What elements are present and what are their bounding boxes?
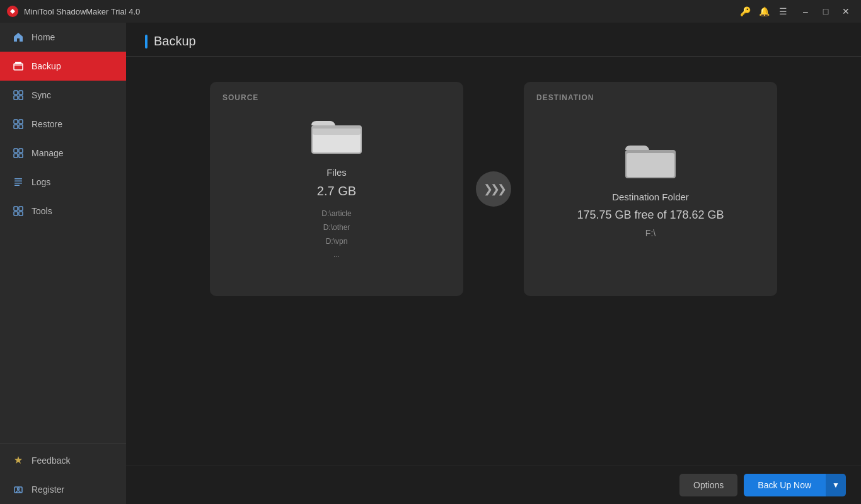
sync-icon	[13, 89, 24, 101]
sidebar-item-register[interactable]: Register	[0, 475, 126, 504]
backup-content: SOURCE Files	[126, 57, 861, 466]
svg-rect-23	[19, 212, 23, 215]
source-path-1: D:\article	[321, 207, 351, 221]
svg-rect-6	[14, 96, 18, 100]
destination-name: Destination Folder	[612, 192, 689, 202]
source-path-2: D:\other	[321, 221, 351, 235]
source-path-more: ...	[321, 248, 351, 262]
sidebar-item-sync[interactable]: Sync	[0, 81, 126, 110]
restore-label: Restore	[32, 119, 62, 129]
sidebar: Home Backup Sync	[0, 23, 126, 504]
feedback-label: Feedback	[32, 455, 70, 466]
source-folder-icon	[311, 116, 362, 157]
arrow-button[interactable]: ❯❯❯	[476, 171, 511, 207]
svg-rect-28	[313, 129, 361, 135]
backup-now-group: Back Up Now ▼	[744, 474, 846, 496]
svg-rect-13	[19, 149, 23, 152]
bottom-bar: Options Back Up Now ▼	[126, 466, 861, 504]
arrow-icon: ❯❯❯	[483, 182, 504, 196]
source-size: 2.7 GB	[317, 184, 356, 198]
backup-now-dropdown[interactable]: ▼	[825, 474, 846, 496]
home-icon	[13, 32, 24, 43]
restore-icon	[13, 118, 24, 130]
page-title: Backup	[154, 34, 196, 49]
svg-rect-21	[19, 207, 23, 210]
destination-drive: F:\	[645, 228, 656, 238]
tools-label: Tools	[32, 206, 52, 216]
register-icon	[13, 484, 24, 495]
minimize-button[interactable]: –	[797, 3, 814, 20]
options-button[interactable]: Options	[679, 474, 737, 496]
sidebar-item-manage[interactable]: Manage	[0, 139, 126, 168]
content-area: Backup SOURCE	[126, 23, 861, 504]
sidebar-item-backup[interactable]: Backup	[0, 52, 126, 81]
sidebar-item-restore[interactable]: Restore	[0, 110, 126, 139]
destination-label: DESTINATION	[536, 93, 594, 102]
svg-rect-17	[14, 181, 22, 182]
app-logo	[6, 5, 19, 18]
home-label: Home	[32, 32, 55, 42]
svg-rect-10	[14, 125, 18, 129]
logs-icon	[13, 176, 24, 188]
feedback-icon	[13, 455, 24, 466]
title-icons: 🔑 🔔 ☰	[736, 3, 792, 20]
sidebar-item-home[interactable]: Home	[0, 23, 126, 52]
manage-icon	[13, 147, 24, 159]
backup-now-button[interactable]: Back Up Now	[744, 474, 825, 496]
svg-rect-20	[14, 207, 18, 210]
backup-label: Backup	[32, 61, 61, 71]
source-card[interactable]: SOURCE Files	[210, 82, 463, 296]
svg-rect-12	[14, 149, 18, 152]
title-bar: MiniTool ShadowMaker Trial 4.0 🔑 🔔 ☰ – □…	[0, 0, 861, 23]
main-layout: Home Backup Sync	[0, 23, 861, 504]
svg-rect-2	[14, 64, 23, 66]
svg-rect-11	[19, 125, 23, 129]
svg-rect-8	[14, 120, 18, 123]
svg-rect-18	[14, 183, 22, 184]
close-button[interactable]: ✕	[837, 3, 855, 20]
page-header: Backup	[126, 23, 861, 57]
sidebar-item-feedback[interactable]: Feedback	[0, 446, 126, 475]
source-label: SOURCE	[222, 93, 258, 102]
svg-rect-15	[19, 154, 23, 158]
source-path-3: D:\vpn	[321, 235, 351, 249]
menu-button[interactable]: ☰	[774, 3, 792, 20]
svg-rect-7	[19, 96, 23, 100]
svg-rect-5	[19, 91, 23, 94]
svg-rect-4	[14, 91, 18, 94]
svg-rect-30	[627, 153, 674, 177]
sidebar-item-tools[interactable]: Tools	[0, 197, 126, 226]
sidebar-bottom: Feedback Register	[0, 443, 126, 504]
source-name: Files	[326, 167, 347, 178]
pin-button[interactable]: 🔑	[736, 3, 754, 20]
maximize-button[interactable]: □	[817, 3, 835, 20]
destination-free: 175.75 GB free of 178.62 GB	[577, 209, 724, 222]
backup-row: SOURCE Files	[210, 82, 777, 296]
svg-rect-9	[19, 120, 23, 123]
source-paths: D:\article D:\other D:\vpn ...	[321, 207, 351, 261]
sidebar-spacer	[0, 226, 126, 443]
svg-rect-19	[14, 185, 20, 186]
sidebar-item-logs[interactable]: Logs	[0, 168, 126, 197]
manage-label: Manage	[32, 148, 64, 158]
logs-label: Logs	[32, 177, 50, 187]
destination-folder-icon	[625, 140, 676, 181]
svg-rect-16	[14, 178, 22, 180]
header-accent	[145, 35, 147, 49]
sync-label: Sync	[32, 90, 51, 100]
svg-point-25	[18, 488, 20, 490]
tools-icon	[13, 205, 24, 217]
svg-rect-22	[14, 212, 18, 215]
backup-icon	[13, 60, 24, 72]
svg-rect-14	[14, 154, 18, 158]
notification-button[interactable]: 🔔	[755, 3, 773, 20]
destination-card[interactable]: DESTINATION Destination Folder 175.75 GB…	[524, 82, 777, 296]
register-label: Register	[32, 484, 64, 495]
title-window-controls: – □ ✕	[797, 3, 855, 20]
app-title: MiniTool ShadowMaker Trial 4.0	[24, 7, 736, 16]
svg-rect-3	[15, 62, 21, 64]
